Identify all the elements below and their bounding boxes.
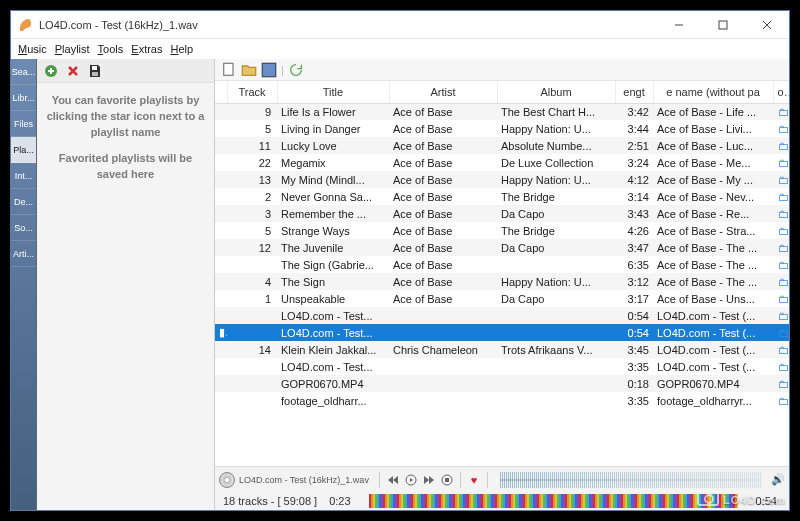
table-row[interactable]: GOPR0670.MP40:18GOPR0670.MP4🗀 bbox=[215, 375, 789, 392]
sidebar: Sea...Libr...FilesPla...Int...De...So...… bbox=[11, 59, 37, 510]
sidebar-tab[interactable]: Sea... bbox=[11, 59, 36, 85]
column-header[interactable]: engt bbox=[615, 81, 653, 103]
sidebar-tab[interactable]: Libr... bbox=[11, 85, 36, 111]
svg-rect-6 bbox=[92, 72, 98, 76]
sidebar-tab[interactable]: Files bbox=[11, 111, 36, 137]
folder-icon[interactable]: 🗀 bbox=[778, 276, 789, 288]
folder-icon[interactable]: 🗀 bbox=[778, 293, 789, 305]
main-area: | TrackTitleArtistAlbumengte name (witho… bbox=[215, 59, 789, 510]
folder-icon[interactable]: 🗀 bbox=[778, 395, 789, 407]
track-table[interactable]: TrackTitleArtistAlbumengte name (without… bbox=[215, 81, 789, 466]
svg-rect-5 bbox=[92, 66, 97, 70]
folder-icon[interactable]: 🗀 bbox=[778, 208, 789, 220]
table-row[interactable]: 11Lucky LoveAce of BaseAbsolute Numbe...… bbox=[215, 137, 789, 154]
refresh-icon[interactable] bbox=[288, 62, 304, 78]
sidebar-tab[interactable]: Int... bbox=[11, 163, 36, 189]
table-row[interactable]: 2Never Gonna Sa...Ace of BaseThe Bridge3… bbox=[215, 188, 789, 205]
volume-icon[interactable]: 🔊 bbox=[771, 473, 785, 487]
window-title: LO4D.com - Test (16kHz)_1.wav bbox=[39, 19, 657, 31]
total-time: 0:54 bbox=[752, 495, 781, 507]
table-row[interactable]: 4The SignAce of BaseHappy Nation: U...3:… bbox=[215, 273, 789, 290]
sidebar-tab[interactable]: De... bbox=[11, 189, 36, 215]
folder-icon[interactable]: 🗀 bbox=[778, 225, 789, 237]
folder-icon[interactable]: 🗀 bbox=[778, 242, 789, 254]
column-header[interactable]: Title bbox=[277, 81, 389, 103]
svg-rect-8 bbox=[262, 63, 275, 76]
folder-icon[interactable]: 🗀 bbox=[778, 191, 789, 203]
panel-toolbar bbox=[37, 59, 214, 83]
table-row[interactable]: The Sign (Gabrie...Ace of Base6:35Ace of… bbox=[215, 256, 789, 273]
table-row[interactable]: 5Living in DangerAce of BaseHappy Nation… bbox=[215, 120, 789, 137]
folder-icon[interactable]: 🗀 bbox=[778, 327, 789, 339]
column-header[interactable]: Track bbox=[227, 81, 277, 103]
favorite-button[interactable]: ♥ bbox=[467, 473, 481, 487]
table-row[interactable]: 1UnspeakableAce of BaseDa Capo3:17Ace of… bbox=[215, 290, 789, 307]
now-playing: LO4D.com - Test (16kHz)_1.wav bbox=[239, 475, 369, 485]
svg-rect-1 bbox=[719, 21, 727, 29]
table-row[interactable]: 22MegamixAce of BaseDe Luxe Collection3:… bbox=[215, 154, 789, 171]
column-header[interactable]: e name (without pa bbox=[653, 81, 773, 103]
app-window: LO4D.com - Test (16kHz)_1.wav MusicPlayl… bbox=[10, 10, 790, 511]
close-button[interactable] bbox=[745, 11, 789, 39]
folder-icon[interactable]: 🗀 bbox=[778, 344, 789, 356]
app-icon bbox=[17, 17, 33, 33]
elapsed-time: 0:23 bbox=[325, 495, 354, 507]
sidebar-tab[interactable]: Arti... bbox=[11, 241, 36, 267]
sidebar-tab[interactable]: So... bbox=[11, 215, 36, 241]
menu-extras[interactable]: Extras bbox=[128, 42, 165, 56]
table-row[interactable]: footage_oldharr...3:35footage_oldharryr.… bbox=[215, 392, 789, 409]
column-header[interactable]: Artist bbox=[389, 81, 497, 103]
table-row[interactable]: 14Klein Klein Jakkal...Chris ChameleonTr… bbox=[215, 341, 789, 358]
disc-icon bbox=[219, 472, 235, 488]
panel-hint-1: You can favorite playlists by clicking t… bbox=[45, 93, 206, 141]
minimize-button[interactable] bbox=[657, 11, 701, 39]
folder-icon[interactable]: 🗀 bbox=[778, 157, 789, 169]
playlist-panel: You can favorite playlists by clicking t… bbox=[37, 59, 215, 510]
folder-icon[interactable]: 🗀 bbox=[778, 259, 789, 271]
folder-icon[interactable]: 🗀 bbox=[778, 310, 789, 322]
table-row[interactable]: 5Strange WaysAce of BaseThe Bridge4:26Ac… bbox=[215, 222, 789, 239]
menu-music[interactable]: Music bbox=[15, 42, 50, 56]
play-button[interactable] bbox=[404, 473, 418, 487]
open-icon[interactable] bbox=[241, 62, 257, 78]
menu-playlist[interactable]: Playlist bbox=[52, 42, 93, 56]
add-icon[interactable] bbox=[43, 63, 59, 79]
folder-icon[interactable]: 🗀 bbox=[778, 106, 789, 118]
delete-icon[interactable] bbox=[65, 63, 81, 79]
folder-icon[interactable]: 🗀 bbox=[778, 140, 789, 152]
column-header[interactable]: Album bbox=[497, 81, 615, 103]
tracks-info: 18 tracks - [ 59:08 ] bbox=[223, 495, 317, 507]
folder-icon[interactable]: 🗀 bbox=[778, 361, 789, 373]
titlebar: LO4D.com - Test (16kHz)_1.wav bbox=[11, 11, 789, 39]
svg-rect-11 bbox=[445, 478, 449, 482]
table-row[interactable]: 3Remember the ...Ace of BaseDa Capo3:43A… bbox=[215, 205, 789, 222]
column-header[interactable]: ourc bbox=[773, 81, 789, 103]
main-toolbar: | bbox=[215, 59, 789, 81]
table-row[interactable]: LO4D.com - Test...3:35LO4D.com - Test (.… bbox=[215, 358, 789, 375]
save-icon[interactable] bbox=[87, 63, 103, 79]
new-icon[interactable] bbox=[221, 62, 237, 78]
table-row[interactable]: 12The JuvenileAce of BaseDa Capo3:47Ace … bbox=[215, 239, 789, 256]
table-row[interactable]: ▮▮LO4D.com - Test...0:54LO4D.com - Test … bbox=[215, 324, 789, 341]
forward-button[interactable] bbox=[422, 473, 436, 487]
spectrum bbox=[369, 494, 738, 508]
folder-icon[interactable]: 🗀 bbox=[778, 174, 789, 186]
menubar: MusicPlaylistToolsExtrasHelp bbox=[11, 39, 789, 59]
table-row[interactable]: 9Life Is a FlowerAce of BaseThe Best Cha… bbox=[215, 103, 789, 120]
menu-tools[interactable]: Tools bbox=[95, 42, 127, 56]
folder-icon[interactable]: 🗀 bbox=[778, 123, 789, 135]
svg-rect-7 bbox=[224, 63, 233, 75]
waveform[interactable] bbox=[500, 472, 761, 488]
stop-button[interactable] bbox=[440, 473, 454, 487]
table-row[interactable]: LO4D.com - Test...0:54LO4D.com - Test (.… bbox=[215, 307, 789, 324]
statusbar: LO4D.com - Test (16kHz)_1.wav ♥ 🔊 18 tra… bbox=[215, 466, 789, 510]
rewind-button[interactable] bbox=[386, 473, 400, 487]
sidebar-tab[interactable]: Pla... bbox=[11, 137, 36, 163]
maximize-button[interactable] bbox=[701, 11, 745, 39]
menu-help[interactable]: Help bbox=[167, 42, 196, 56]
disk-icon[interactable] bbox=[261, 62, 277, 78]
folder-icon[interactable]: 🗀 bbox=[778, 378, 789, 390]
panel-hint-2: Favorited playlists will be saved here bbox=[45, 151, 206, 183]
table-row[interactable]: 13My Mind (Mindl...Ace of BaseHappy Nati… bbox=[215, 171, 789, 188]
